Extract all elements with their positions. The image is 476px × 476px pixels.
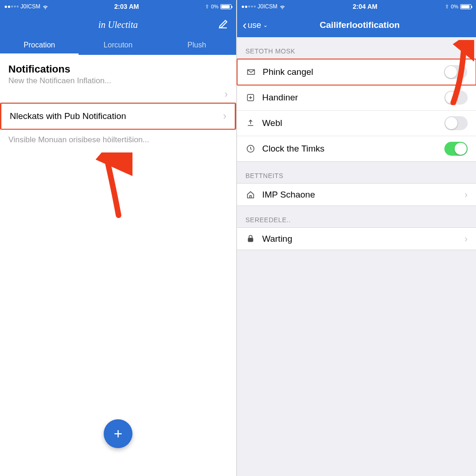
fab-add-button[interactable]: +	[104, 419, 132, 448]
status-time: 2:03 AM	[48, 3, 205, 10]
group-header-bettneits: BETTNEITS	[237, 162, 476, 183]
row-subtext: Vinsible Monuan orisibese hòiltertišion.…	[0, 130, 236, 150]
battery-icon	[220, 4, 231, 9]
tab-lorcuton[interactable]: Lorcuton	[79, 36, 157, 55]
row-label: Webl	[262, 118, 438, 128]
toggle-switch[interactable]	[444, 65, 467, 79]
svg-rect-3	[248, 238, 253, 241]
group-header-sereedele: SEREEDELE..	[237, 206, 476, 227]
row-imp-schaone[interactable]: IMP Schaone ›	[237, 184, 476, 205]
signal-dots-icon	[242, 6, 256, 8]
arrow-annotation-left	[91, 152, 132, 222]
battery-percent: 0%	[451, 4, 458, 9]
back-button[interactable]: ‹ use ⌄	[243, 19, 268, 31]
header-tabs: Procation Lorcuton Plush	[0, 36, 236, 55]
chevron-right-icon: ›	[225, 88, 228, 100]
carrier-label: J0ICSM	[20, 3, 40, 10]
row-label: Phink cangel	[263, 67, 437, 77]
mail-icon	[246, 67, 256, 77]
row-webl[interactable]: Webl	[237, 111, 476, 136]
chevron-left-icon: ‹	[243, 19, 247, 31]
carrier-label: J0ICSM	[258, 3, 278, 10]
app-header: in Ulectita Procation Lorcuton Plush	[0, 13, 236, 55]
plus-square-icon	[245, 93, 256, 103]
row-label: Warting	[262, 234, 458, 244]
tab-procation[interactable]: Procation	[0, 36, 79, 55]
phone-screen-left: J0ICSM 2:03 AM ⇧ 0% in Ulectita Procatio…	[0, 0, 237, 476]
section-title: Notifications	[8, 63, 228, 75]
header-title: in Ulectita	[20, 20, 217, 30]
plus-icon: +	[114, 425, 123, 443]
chevron-right-icon: ›	[464, 189, 468, 200]
row-clock-timks[interactable]: Clock the Timks	[237, 136, 476, 161]
toggle-switch[interactable]	[444, 91, 468, 105]
group-header-setoth: SETOTH MOSK	[237, 37, 476, 59]
status-bar: J0ICSM 2:04 AM ⇧ 0%	[237, 0, 476, 13]
notifications-section: Notifications New the Notificaen Inflati…	[0, 55, 236, 86]
phone-screen-right: J0ICSM 2:04 AM ⇧ 0% ‹ use ⌄ Cailiferloot…	[237, 0, 476, 476]
page-title: Cailiferlootification	[268, 20, 470, 30]
signal-dots-icon	[5, 6, 19, 8]
status-bar: J0ICSM 2:03 AM ⇧ 0%	[0, 0, 236, 13]
lock-icon	[245, 234, 256, 244]
section-subtitle: New the Notificaen Inflation...	[8, 76, 228, 86]
wifi-icon	[279, 4, 285, 10]
battery-percent: 0%	[211, 4, 218, 9]
home-icon	[245, 190, 256, 200]
wifi-icon	[42, 4, 48, 10]
battery-icon	[460, 4, 471, 9]
chevron-right-icon: ›	[223, 110, 226, 122]
row-label: Handiner	[262, 93, 438, 103]
chevron-right-icon: ›	[464, 233, 468, 244]
toggle-switch[interactable]	[444, 116, 468, 130]
clock-icon	[245, 144, 256, 154]
row-handiner[interactable]: Handiner	[237, 85, 476, 111]
row-label: Clock the Timks	[262, 144, 438, 154]
back-label: use	[248, 20, 261, 30]
tab-plush[interactable]: Plush	[158, 36, 236, 55]
row-label: IMP Schaone	[262, 190, 458, 200]
dropdown-caret-icon: ⌄	[263, 22, 268, 28]
compose-icon[interactable]	[217, 18, 230, 31]
status-time: 2:04 AM	[285, 3, 445, 10]
row-phink-cangel[interactable]: Phink cangel	[237, 59, 476, 86]
row-warting[interactable]: Warting ›	[237, 228, 476, 250]
toggle-switch[interactable]	[444, 142, 468, 156]
row-label: Nleckats with Pub Notification	[10, 111, 126, 121]
row-pub-notification[interactable]: Nleckats with Pub Notification ›	[0, 103, 236, 130]
upload-icon	[245, 118, 256, 128]
